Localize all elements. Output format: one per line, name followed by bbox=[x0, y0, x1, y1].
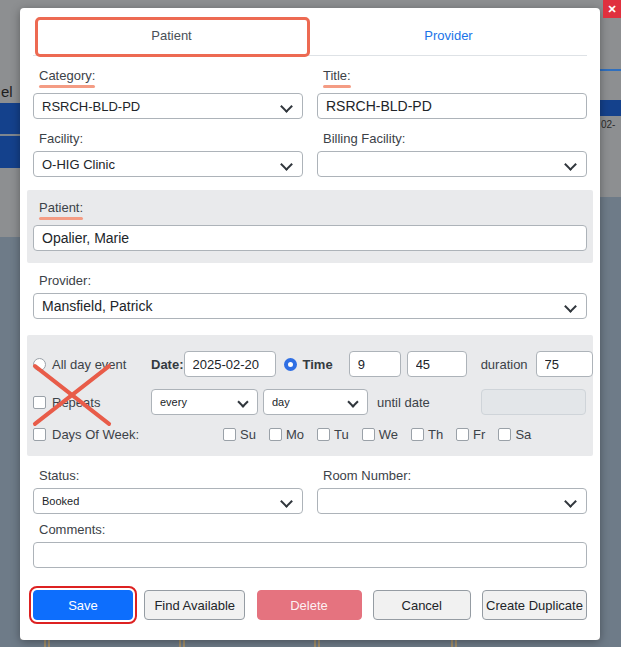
date-input[interactable] bbox=[184, 351, 276, 377]
appointment-modal: Patient Provider Category: RSRCH-BLD-PD … bbox=[20, 8, 600, 640]
weekday-tu-checkbox[interactable] bbox=[317, 428, 330, 441]
patient-panel: Patient: bbox=[27, 190, 593, 263]
weekday-sa[interactable]: Sa bbox=[498, 427, 531, 442]
status-value: Booked bbox=[42, 495, 79, 507]
schedule-panel: All day event Date: Time duration Repeat… bbox=[27, 335, 593, 456]
weekday-we-checkbox[interactable] bbox=[362, 428, 375, 441]
backdrop-right-line bbox=[600, 69, 621, 71]
comments-label: Comments: bbox=[39, 522, 587, 537]
all-day-option[interactable]: All day event bbox=[33, 357, 151, 372]
cancel-button[interactable]: Cancel bbox=[373, 590, 471, 620]
date-label: Date: bbox=[151, 357, 184, 372]
facility-value: O-HIG Clinic bbox=[42, 157, 115, 172]
backdrop-left-text: el bbox=[1, 83, 13, 100]
repeat-every-select[interactable]: every bbox=[151, 389, 258, 415]
weekday-sa-checkbox[interactable] bbox=[498, 428, 511, 441]
backdrop-calendar-event bbox=[0, 103, 20, 168]
room-number-select[interactable] bbox=[317, 488, 587, 514]
facility-label: Facility: bbox=[39, 131, 303, 146]
comments-input[interactable] bbox=[33, 542, 587, 568]
repeat-period-value: day bbox=[272, 396, 290, 408]
billing-facility-label: Billing Facility: bbox=[323, 131, 587, 146]
delete-button[interactable]: Delete bbox=[257, 590, 362, 620]
weekday-tu[interactable]: Tu bbox=[317, 427, 349, 442]
time-option[interactable]: Time bbox=[284, 357, 333, 372]
backdrop-grid-tick bbox=[44, 640, 50, 647]
weekday-su-checkbox[interactable] bbox=[223, 428, 236, 441]
status-select[interactable]: Booked bbox=[33, 488, 303, 514]
patient-label: Patient: bbox=[39, 200, 587, 220]
repeat-period-select[interactable]: day bbox=[263, 389, 368, 415]
close-icon[interactable]: ✕ bbox=[603, 0, 621, 18]
backdrop-right bbox=[600, 197, 621, 647]
category-value: RSRCH-BLD-PD bbox=[42, 99, 140, 114]
backdrop-bottom bbox=[0, 640, 621, 647]
backdrop-left bbox=[0, 237, 20, 647]
save-button[interactable]: Save bbox=[33, 590, 133, 620]
weekday-mo[interactable]: Mo bbox=[269, 427, 304, 442]
provider-label: Provider: bbox=[39, 273, 587, 288]
provider-value: Mansfield, Patrick bbox=[42, 298, 152, 314]
create-duplicate-button[interactable]: Create Duplicate bbox=[482, 590, 587, 620]
patient-input[interactable] bbox=[33, 225, 587, 251]
until-date-input bbox=[481, 389, 586, 415]
repeat-every-value: every bbox=[160, 396, 187, 408]
all-day-radio[interactable] bbox=[33, 358, 46, 371]
tab-patient[interactable]: Patient bbox=[33, 16, 310, 55]
find-available-button[interactable]: Find Available bbox=[144, 590, 245, 620]
weekday-mo-checkbox[interactable] bbox=[269, 428, 282, 441]
days-of-week-option[interactable]: Days Of Week: bbox=[33, 427, 179, 442]
backdrop-grid-tick bbox=[451, 640, 457, 647]
repeats-checkbox[interactable] bbox=[33, 396, 46, 409]
weekday-checkboxes: Su Mo Tu We Th Fr Sa bbox=[223, 427, 531, 442]
title-label: Title: bbox=[323, 68, 587, 88]
weekday-th-checkbox[interactable] bbox=[411, 428, 424, 441]
tab-provider-label: Provider bbox=[424, 28, 472, 43]
billing-facility-select[interactable] bbox=[317, 151, 587, 177]
status-label: Status: bbox=[39, 468, 303, 483]
facility-select[interactable]: O-HIG Clinic bbox=[33, 151, 303, 177]
duration-input[interactable] bbox=[536, 351, 593, 377]
backdrop-grid-tick bbox=[179, 640, 185, 647]
weekday-fr[interactable]: Fr bbox=[456, 427, 485, 442]
category-select[interactable]: RSRCH-BLD-PD bbox=[33, 93, 303, 119]
repeats-option[interactable]: Repeats bbox=[33, 395, 151, 410]
weekday-we[interactable]: We bbox=[362, 427, 398, 442]
weekday-su[interactable]: Su bbox=[223, 427, 256, 442]
repeats-label: Repeats bbox=[52, 395, 100, 410]
tab-bar: Patient Provider bbox=[33, 16, 587, 56]
all-day-label: All day event bbox=[52, 357, 126, 372]
minute-input[interactable] bbox=[407, 351, 467, 377]
category-label: Category: bbox=[39, 68, 303, 88]
backdrop-grid-tick bbox=[314, 640, 320, 647]
time-label: Time bbox=[303, 357, 333, 372]
backdrop-calendar-event-right bbox=[600, 100, 621, 116]
days-of-week-checkbox[interactable] bbox=[33, 428, 46, 441]
button-row: Save Find Available Delete Cancel Create… bbox=[33, 590, 587, 620]
until-date-label: until date bbox=[377, 395, 430, 410]
backdrop-right-text: 02- bbox=[601, 119, 615, 130]
time-radio[interactable] bbox=[284, 358, 297, 371]
weekday-fr-checkbox[interactable] bbox=[456, 428, 469, 441]
tab-provider[interactable]: Provider bbox=[310, 16, 587, 55]
hour-input[interactable] bbox=[349, 351, 401, 377]
days-of-week-label: Days Of Week: bbox=[52, 427, 139, 442]
provider-select[interactable]: Mansfield, Patrick bbox=[33, 293, 587, 319]
tab-patient-label: Patient bbox=[151, 28, 191, 43]
weekday-th[interactable]: Th bbox=[411, 427, 443, 442]
duration-label: duration bbox=[481, 357, 528, 372]
title-input[interactable] bbox=[317, 93, 587, 119]
room-number-label: Room Number: bbox=[323, 468, 587, 483]
